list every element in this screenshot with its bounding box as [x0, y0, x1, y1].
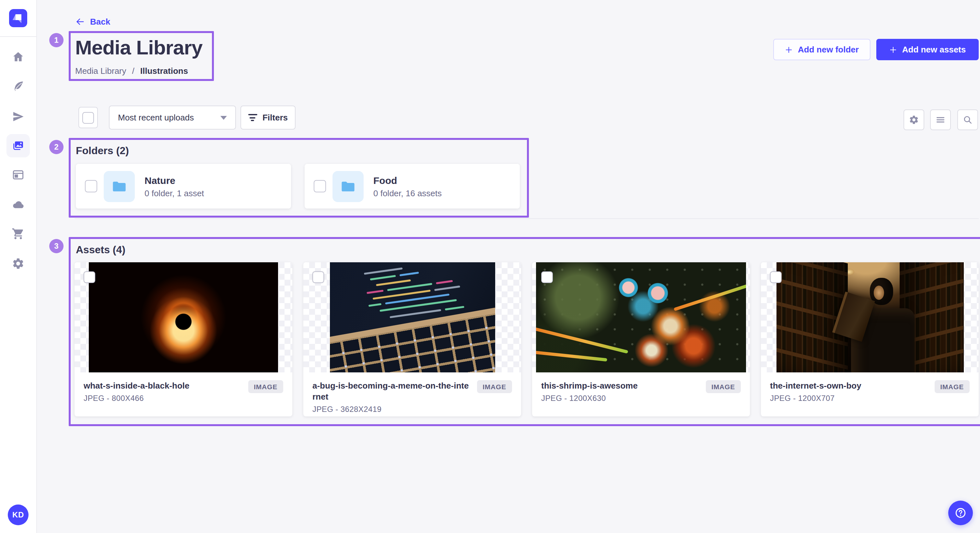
breadcrumb: Media Library / Illustrations: [75, 66, 188, 76]
sidebar-divider: [0, 36, 37, 37]
home-icon[interactable]: [12, 51, 25, 63]
folder-meta: 0 folder, 1 asset: [145, 188, 204, 198]
plus-icon: [889, 46, 897, 54]
folder-tile: [332, 171, 364, 202]
add-new-folder-button[interactable]: Add new folder: [773, 39, 870, 60]
asset-card-bug-meme[interactable]: a-bug-is-becoming-a-meme-on-the-internet…: [303, 262, 521, 416]
sort-value: Most recent uploads: [118, 113, 194, 122]
asset-name: a-bug-is-becoming-a-meme-on-the-internet: [312, 380, 471, 402]
chevron-down-icon: [220, 116, 227, 119]
asset-meta: JPEG - 1200X707: [770, 394, 929, 403]
back-link[interactable]: Back: [75, 17, 110, 27]
annotation-badge-3: 3: [49, 239, 64, 253]
black-hole-image: [89, 262, 278, 373]
asset-checkbox[interactable]: [770, 271, 782, 283]
layout-icon[interactable]: [12, 168, 25, 181]
folder-name: Nature: [145, 174, 204, 186]
media-library-page: KD Back 1 Media Library Media Library / …: [0, 0, 980, 533]
add-new-assets-label: Add new assets: [902, 45, 966, 54]
asset-card-shrimp[interactable]: this-shrimp-is-awesome JPEG - 1200X630 I…: [532, 262, 750, 416]
folder-icon: [111, 178, 127, 194]
asset-type-badge: IMAGE: [705, 380, 741, 393]
sort-dropdown[interactable]: Most recent uploads: [109, 106, 236, 130]
strapi-logo[interactable]: [9, 9, 27, 27]
sidebar: KD: [0, 0, 37, 533]
select-all-checkbox[interactable]: [82, 112, 94, 124]
folder-checkbox[interactable]: [314, 180, 326, 192]
folder-checkbox[interactable]: [85, 180, 97, 192]
cloud-icon[interactable]: [12, 198, 25, 211]
annotation-badge-2: 2: [49, 140, 64, 154]
asset-meta: JPEG - 800X466: [84, 394, 243, 403]
asset-meta: JPEG - 1200X630: [541, 394, 700, 403]
library-portrait-image: [776, 262, 964, 373]
filter-icon: [248, 114, 257, 121]
view-settings-button[interactable]: [904, 109, 924, 130]
folders-section-title: Folders (2): [76, 145, 129, 157]
folder-meta: 0 folder, 16 assets: [373, 188, 442, 198]
back-label: Back: [90, 17, 110, 27]
asset-card-internets-own-boy[interactable]: the-internet-s-own-boy JPEG - 1200X707 I…: [761, 262, 979, 416]
paper-plane-icon[interactable]: [12, 110, 25, 123]
select-all-wrapper: [78, 107, 98, 128]
search-button[interactable]: [957, 109, 978, 130]
list-icon: [935, 115, 946, 125]
asset-checkbox[interactable]: [84, 271, 95, 283]
mantis-shrimp-image: [536, 262, 746, 373]
asset-thumbnail: [761, 262, 979, 373]
gear-icon[interactable]: [12, 257, 25, 270]
asset-checkbox[interactable]: [541, 271, 553, 283]
user-avatar[interactable]: KD: [8, 504, 29, 525]
arrow-left-icon: [75, 17, 85, 27]
asset-thumbnail: [75, 262, 292, 373]
asset-type-badge: IMAGE: [248, 380, 283, 393]
folder-icon: [340, 178, 356, 194]
help-button[interactable]: [948, 501, 973, 525]
asset-name: what-s-inside-a-black-hole: [84, 380, 243, 391]
asset-type-badge: IMAGE: [477, 380, 512, 393]
add-new-assets-button[interactable]: Add new assets: [876, 39, 979, 60]
folder-name: Food: [373, 174, 442, 186]
filters-button[interactable]: Filters: [240, 106, 296, 130]
asset-thumbnail: [532, 262, 750, 373]
cog-icon: [909, 115, 919, 125]
plus-icon: [785, 46, 793, 54]
cart-icon[interactable]: [12, 227, 25, 240]
section-divider: [75, 218, 979, 219]
assets-section-title: Assets (4): [76, 244, 126, 256]
asset-meta: JPEG - 3628X2419: [312, 405, 471, 414]
breadcrumb-parent[interactable]: Media Library: [75, 66, 126, 76]
asset-name: this-shrimp-is-awesome: [541, 380, 700, 391]
asset-checkbox[interactable]: [312, 271, 324, 283]
folder-card-nature[interactable]: Nature 0 folder, 1 asset: [76, 164, 291, 209]
list-view-button[interactable]: [930, 109, 951, 130]
add-new-folder-label: Add new folder: [798, 45, 859, 54]
laptop-code-image: [329, 262, 495, 373]
breadcrumb-current: Illustrations: [140, 66, 188, 76]
asset-name: the-internet-s-own-boy: [770, 380, 929, 391]
breadcrumb-separator: /: [132, 66, 135, 76]
asset-type-badge: IMAGE: [934, 380, 970, 393]
feather-icon[interactable]: [12, 80, 25, 93]
page-title: Media Library: [75, 36, 202, 60]
search-icon: [963, 115, 973, 125]
question-mark-icon: [954, 506, 967, 519]
asset-thumbnail: [303, 262, 521, 373]
asset-card-black-hole[interactable]: what-s-inside-a-black-hole JPEG - 800X46…: [75, 262, 292, 416]
filters-label: Filters: [262, 113, 288, 122]
media-library-icon[interactable]: [12, 139, 25, 152]
folder-tile: [104, 171, 135, 202]
folder-card-food[interactable]: Food 0 folder, 16 assets: [305, 164, 520, 209]
annotation-badge-1: 1: [49, 33, 64, 47]
